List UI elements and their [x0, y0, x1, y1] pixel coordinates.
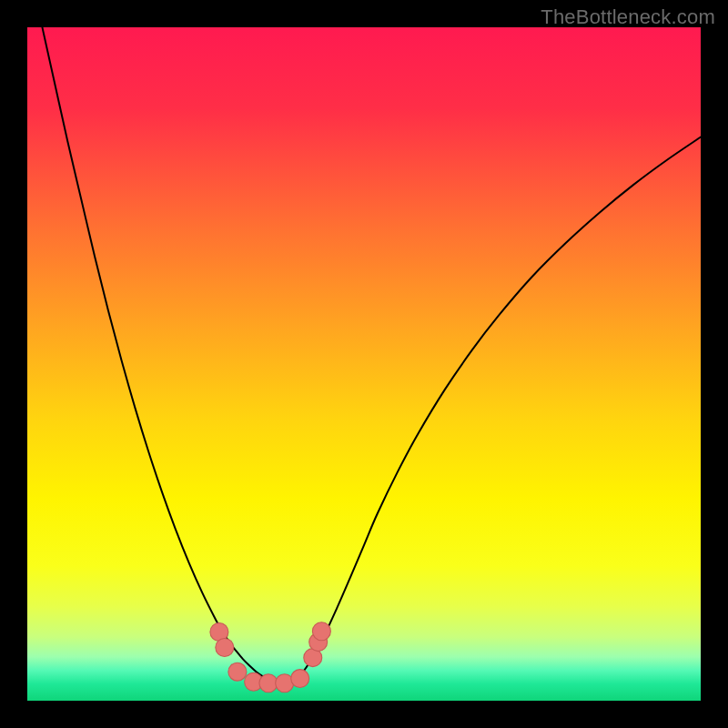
- chart-frame: TheBottleneck.com: [0, 0, 728, 728]
- bottleneck-zone-markers: [210, 622, 330, 693]
- marker-dot: [259, 674, 278, 693]
- marker-dot: [312, 622, 330, 641]
- watermark-text: TheBottleneck.com: [541, 5, 715, 29]
- marker-dot: [228, 662, 247, 681]
- curve-layer: [27, 27, 701, 701]
- plot-area: [27, 27, 701, 701]
- marker-dot: [291, 670, 309, 688]
- marker-dot: [216, 639, 234, 657]
- bottleneck-curve: [27, 27, 701, 684]
